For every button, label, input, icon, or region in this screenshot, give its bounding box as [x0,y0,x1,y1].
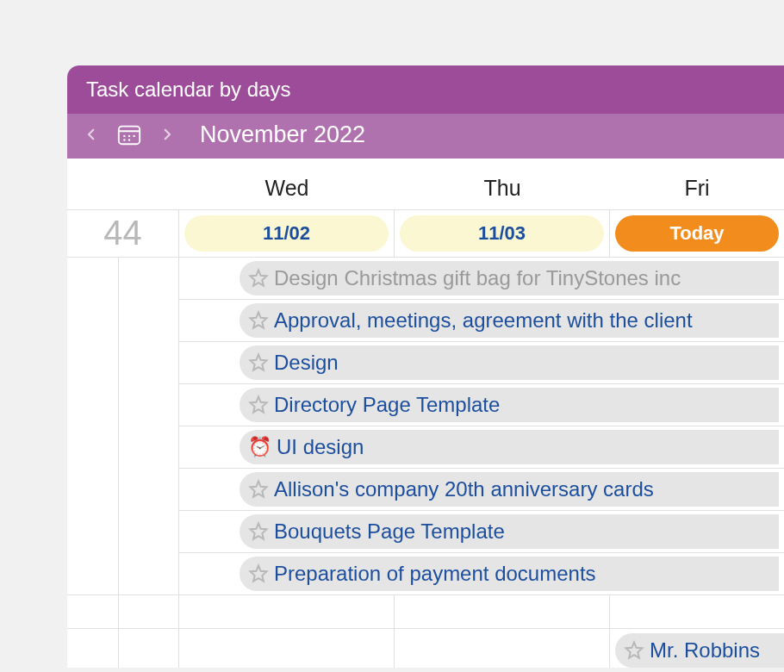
task-row: Allison's company 20th anniversary cards [179,469,784,511]
task-label: UI design [277,435,364,459]
dow-wed: Wed [179,159,395,209]
task-bar[interactable]: Directory Page Template [240,388,779,422]
task-row: Design Christmas gift bag for TinyStones… [179,258,784,300]
star-icon[interactable] [248,268,269,289]
day-of-week-row: Wed Thu Fri [67,159,784,210]
next-row: Mr. Robbins [67,629,784,668]
task-row: ⏰UI design [179,426,784,469]
task-row: Approval, meetings, agreement with the c… [179,300,784,342]
svg-point-5 [123,139,125,140]
task-bar[interactable]: Allison's company 20th anniversary cards [240,472,779,507]
task-bar[interactable]: Design [240,345,779,380]
date-wed[interactable]: 11/02 [184,215,389,252]
task-label: Design [274,351,339,375]
calendar-icon[interactable] [115,121,143,148]
date-row: 44 11/02 11/03 Today [67,210,784,258]
task-bar[interactable]: Approval, meetings, agreement with the c… [240,303,779,338]
star-icon[interactable] [248,352,269,373]
star-icon[interactable] [248,479,269,500]
task-label: Directory Page Template [274,393,500,417]
task-label: Design Christmas gift bag for TinyStones… [274,266,681,290]
task-list: Design Christmas gift bag for TinyStones… [179,258,784,594]
next-month-button[interactable] [155,122,179,146]
dow-fri: Fri [610,159,784,209]
svg-point-2 [123,135,125,137]
task-mr-robbins[interactable]: Mr. Robbins [615,633,784,668]
task-label: Approval, meetings, agreement with the c… [274,308,693,333]
svg-point-4 [133,135,134,137]
prev-month-button[interactable] [79,122,103,146]
star-icon[interactable] [248,563,269,584]
task-bar[interactable]: Bouquets Page Template [240,514,779,549]
alarm-clock-icon: ⏰ [248,438,271,457]
calendar-card: Task calendar by days November 20 [67,65,784,668]
svg-point-6 [128,139,130,140]
task-row: Design [179,342,784,384]
month-navigator: November 2022 [67,114,784,159]
week-number: 44 [67,210,179,257]
section-divider [67,594,784,629]
task-bar[interactable]: Preparation of payment documents [240,557,779,591]
star-icon[interactable] [248,521,269,542]
date-today[interactable]: Today [615,215,779,252]
date-thu[interactable]: 11/03 [400,215,604,252]
task-bar[interactable]: Design Christmas gift bag for TinyStones… [240,261,779,296]
task-label: Preparation of payment documents [274,562,596,586]
star-icon[interactable] [248,310,269,331]
task-row: Directory Page Template [179,384,784,426]
month-label[interactable]: November 2022 [200,121,365,148]
header-title: Task calendar by days [67,65,784,114]
task-row: Bouquets Page Template [179,511,784,553]
svg-point-3 [128,135,130,137]
task-label: Bouquets Page Template [274,520,505,544]
task-area: Design Christmas gift bag for TinyStones… [67,258,784,594]
task-label: Mr. Robbins [650,638,760,663]
calendar-body: Wed Thu Fri 44 11/02 11/03 Today [67,159,784,668]
star-icon[interactable] [624,640,644,661]
task-bar[interactable]: ⏰UI design [240,430,779,464]
task-row: Preparation of payment documents [179,553,784,594]
task-label: Allison's company 20th anniversary cards [274,477,654,501]
star-icon[interactable] [248,395,269,415]
week-gutter [67,258,179,594]
dow-thu: Thu [395,159,610,209]
